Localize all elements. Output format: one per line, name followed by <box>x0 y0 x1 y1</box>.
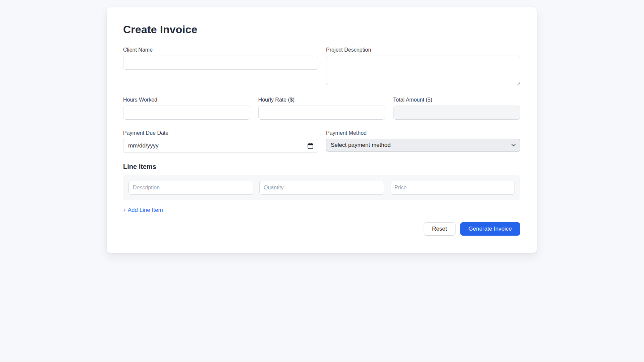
payment-method-label: Payment Method <box>326 130 520 136</box>
client-name-label: Client Name <box>123 47 318 53</box>
total-amount-input <box>393 106 520 120</box>
add-line-item-link[interactable]: + Add Line Item <box>123 207 163 214</box>
payment-due-date-label: Payment Due Date <box>123 130 318 136</box>
project-description-label: Project Description <box>326 47 520 53</box>
total-amount-label: Total Amount ($) <box>393 97 520 103</box>
reset-button[interactable]: Reset <box>424 222 455 236</box>
calendar-icon[interactable] <box>308 143 313 149</box>
project-description-textarea[interactable] <box>326 56 520 85</box>
payment-due-date-input[interactable]: mm/dd/yyyy <box>123 139 318 153</box>
create-invoice-card: Create Invoice Client Name Project Descr… <box>107 7 537 253</box>
payment-method-select[interactable]: Select payment method <box>326 139 520 152</box>
generate-invoice-button[interactable]: Generate Invoice <box>460 222 520 236</box>
hours-worked-field: Hours Worked <box>123 97 250 120</box>
line-item-row <box>128 181 515 195</box>
hourly-rate-input[interactable] <box>258 106 385 120</box>
payment-method-field: Payment Method Select payment method <box>326 130 520 152</box>
line-item-description-input[interactable] <box>128 181 253 195</box>
line-items-panel <box>123 175 520 200</box>
row-client-project: Client Name Project Description <box>123 47 520 86</box>
client-name-input[interactable] <box>123 56 318 70</box>
project-description-field: Project Description <box>326 47 520 86</box>
payment-due-date-field: Payment Due Date mm/dd/yyyy <box>123 130 318 153</box>
hourly-rate-label: Hourly Rate ($) <box>258 97 385 103</box>
page-title: Create Invoice <box>123 23 520 36</box>
row-date-method: Payment Due Date mm/dd/yyyy Payment Meth… <box>123 130 520 153</box>
date-placeholder-text: mm/dd/yyyy <box>128 142 159 149</box>
chevron-down-icon <box>512 144 516 146</box>
line-item-quantity-input[interactable] <box>259 181 384 195</box>
total-amount-field: Total Amount ($) <box>393 97 520 120</box>
hours-worked-input[interactable] <box>123 106 250 120</box>
hourly-rate-field: Hourly Rate ($) <box>258 97 385 120</box>
client-name-field: Client Name <box>123 47 318 70</box>
line-items-heading: Line Items <box>123 163 520 171</box>
row-hours-rate-total: Hours Worked Hourly Rate ($) Total Amoun… <box>123 97 520 120</box>
payment-method-selected-value: Select payment method <box>331 142 391 148</box>
form-actions: Reset Generate Invoice <box>123 222 520 236</box>
line-item-price-input[interactable] <box>390 181 515 195</box>
hours-worked-label: Hours Worked <box>123 97 250 103</box>
